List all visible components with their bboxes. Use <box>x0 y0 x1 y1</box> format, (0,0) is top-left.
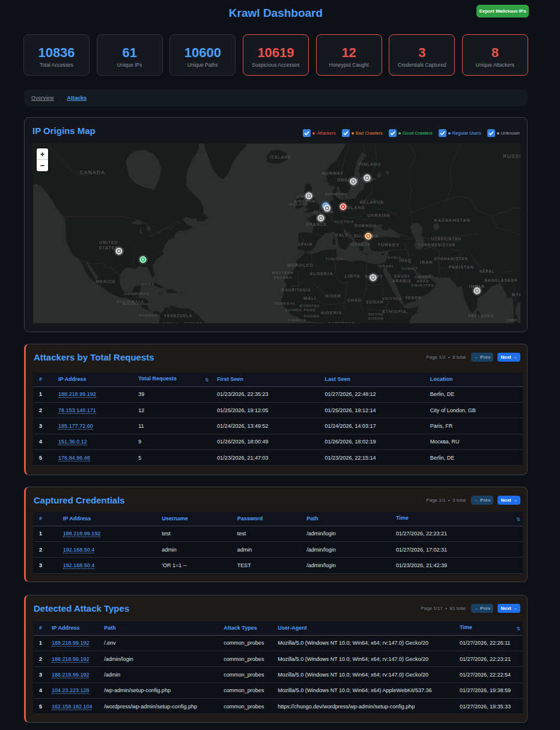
svg-text:SOUTH: SOUTH <box>368 312 384 316</box>
svg-text:ERITREA: ERITREA <box>382 297 402 300</box>
svg-text:UKRAINE: UKRAINE <box>368 213 391 217</box>
svg-text:GREECE: GREECE <box>351 242 371 246</box>
svg-text:GHANA: GHANA <box>303 314 320 318</box>
svg-text:ITALY: ITALY <box>334 233 348 237</box>
svg-text:COLOMBIA: COLOMBIA <box>152 322 178 323</box>
svg-text:GUYANA: GUYANA <box>184 321 202 323</box>
svg-text:UNITED: UNITED <box>99 240 118 245</box>
svg-text:NIGERIA: NIGERIA <box>321 311 342 315</box>
svg-text:LIBYA: LIBYA <box>345 273 361 279</box>
svg-text:YEMEN: YEMEN <box>405 296 422 300</box>
svg-text:IRELAND: IRELAND <box>288 202 308 206</box>
svg-text:NORWAY: NORWAY <box>322 171 344 175</box>
svg-text:ROMANIA: ROMANIA <box>355 224 377 228</box>
svg-text:BELARUS: BELARUS <box>360 200 384 204</box>
svg-text:IRAQ: IRAQ <box>400 258 412 263</box>
svg-text:MALI: MALI <box>303 296 316 300</box>
svg-text:CUBA: CUBA <box>142 282 154 286</box>
svg-text:ARAB: ARAB <box>416 279 429 283</box>
svg-text:CAMEROON: CAMEROON <box>328 321 356 323</box>
svg-text:IRAN: IRAN <box>420 260 433 265</box>
svg-text:NIGER: NIGER <box>325 294 341 298</box>
svg-text:LIBERIA: LIBERIA <box>288 318 306 322</box>
svg-text:VENEZUELA: VENEZUELA <box>164 314 192 318</box>
svg-text:NEPAL: NEPAL <box>479 269 495 273</box>
svg-text:WESTERN: WESTERN <box>272 271 294 275</box>
svg-text:FINLAND: FINLAND <box>359 162 381 166</box>
svg-text:FASO: FASO <box>304 308 316 312</box>
svg-text:ISRAEL: ISRAEL <box>378 264 394 268</box>
svg-text:SUDAN: SUDAN <box>366 300 383 304</box>
svg-text:HONDURAS: HONDURAS <box>124 292 150 296</box>
svg-text:PAKISTAN: PAKISTAN <box>449 265 474 269</box>
svg-text:DENMARK: DENMARK <box>325 192 347 196</box>
svg-text:UZBEKISTAN: UZBEKISTAN <box>431 237 461 241</box>
svg-text:ARABIA: ARABIA <box>392 279 412 283</box>
svg-text:MEXICO: MEXICO <box>96 279 115 284</box>
svg-text:NICARAGUA: NICARAGUA <box>122 302 149 306</box>
svg-text:RUSSIA: RUSSIA <box>503 153 520 159</box>
svg-text:TUNISIA: TUNISIA <box>326 257 344 261</box>
svg-text:TURKMENISTAN: TURKMENISTAN <box>418 243 455 247</box>
svg-text:AUSTRIA: AUSTRIA <box>334 220 354 224</box>
svg-text:ALGERIA: ALGERIA <box>309 271 333 276</box>
svg-text:BURKINA: BURKINA <box>300 304 320 308</box>
svg-text:SENEGAL: SENEGAL <box>275 302 296 305</box>
svg-text:SRI LANKA: SRI LANKA <box>468 314 495 318</box>
svg-text:AFGHANISTAN: AFGHANISTAN <box>434 257 468 261</box>
svg-text:ICELAND: ICELAND <box>270 155 291 159</box>
svg-text:MOROCCO: MOROCCO <box>287 263 314 267</box>
svg-text:KAZAKHSTAN: KAZAKHSTAN <box>434 217 470 223</box>
svg-text:SPAIN: SPAIN <box>297 242 312 246</box>
svg-text:MAURITANIA: MAURITANIA <box>281 288 311 292</box>
svg-text:SAHARA: SAHARA <box>273 276 292 279</box>
svg-text:PANAMA: PANAMA <box>139 314 157 317</box>
svg-text:TURKEY: TURKEY <box>378 242 400 248</box>
svg-text:KUWAIT: KUWAIT <box>401 267 418 270</box>
svg-text:GUINEA: GUINEA <box>285 308 302 312</box>
svg-text:ETHIOPIA: ETHIOPIA <box>383 309 407 314</box>
svg-text:CANADA: CANADA <box>80 169 105 175</box>
svg-text:EMIRATES: EMIRATES <box>412 284 434 287</box>
svg-text:Leaflet: Leaflet <box>505 318 517 322</box>
svg-text:FRANCE: FRANCE <box>306 222 327 227</box>
svg-text:BANGLADESH: BANGLADESH <box>484 278 517 282</box>
svg-text:UNITED: UNITED <box>415 275 431 279</box>
svg-text:SUDAN: SUDAN <box>368 317 384 320</box>
svg-text:CHAD: CHAD <box>347 298 362 302</box>
svg-text:MYANMAR: MYANMAR <box>512 293 520 297</box>
svg-text:SAUDI: SAUDI <box>394 274 410 278</box>
